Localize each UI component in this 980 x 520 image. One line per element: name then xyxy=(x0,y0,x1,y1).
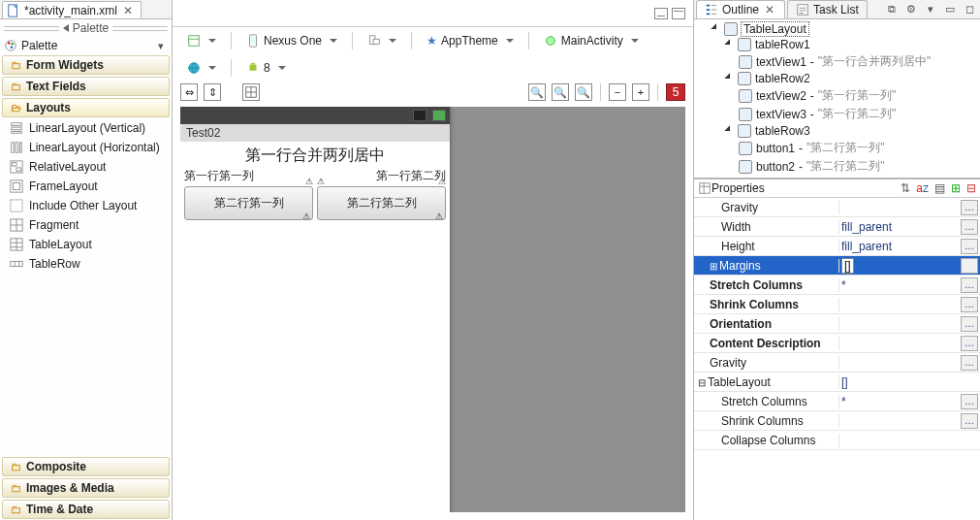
prop-content-description[interactable]: Content Description… xyxy=(694,334,980,353)
preview-textview2[interactable]: 第一行第一列⚠ xyxy=(182,168,315,184)
tree-node-textview3[interactable]: textView3 - "第一行第二列" xyxy=(698,105,976,123)
prop-collapse-columns[interactable]: Collapse Columns xyxy=(694,431,980,450)
prop-shrink-columns-2[interactable]: Shrink Columns… xyxy=(694,411,980,431)
ellipsis-button[interactable]: … xyxy=(961,394,978,409)
prop-value[interactable]: * xyxy=(841,278,846,292)
cat-layouts[interactable]: 🗁Layouts xyxy=(2,98,170,117)
zoom-out-icon[interactable]: − xyxy=(609,83,626,101)
prop-value[interactable]: [] xyxy=(841,258,854,274)
close-icon[interactable]: ✕ xyxy=(763,3,776,16)
prop-height[interactable]: Heightfill_parent… xyxy=(694,237,980,256)
ellipsis-button[interactable]: … xyxy=(961,297,978,312)
palette-item-tablerow[interactable]: TableRow xyxy=(4,255,168,273)
tree-node-textview1[interactable]: textView1 - "第一行合并两列居中" xyxy=(698,52,976,71)
filter-icon[interactable]: ⧉ xyxy=(883,1,901,18)
activity-chooser[interactable]: MainActivity xyxy=(537,31,646,50)
show-categories-icon[interactable]: ▤ xyxy=(934,181,945,195)
prop-gravity-2[interactable]: Gravity… xyxy=(694,353,980,373)
show-advanced-icon[interactable]: ⇅ xyxy=(901,181,910,195)
tree-node-tablerow3[interactable]: tableRow3 xyxy=(698,123,976,139)
theme-chooser[interactable]: ★AppTheme xyxy=(420,31,521,50)
minimize-pane-icon[interactable] xyxy=(654,8,668,19)
tree-node-button2[interactable]: button2 - "第二行第二列" xyxy=(698,157,976,176)
outline-tree[interactable]: TableLayout tableRow1 textView1 - "第一行合并… xyxy=(694,19,980,178)
preview-tablerow3[interactable]: 第二行第一列⚠ 第二行第二列⚠ xyxy=(182,184,448,222)
menu-icon[interactable]: ▾ xyxy=(922,1,939,18)
tree-node-tablelayout[interactable]: TableLayout xyxy=(698,21,976,37)
config-chooser[interactable] xyxy=(180,31,223,50)
cat-text-fields[interactable]: 🗀Text Fields xyxy=(2,77,170,96)
palette-item-linearlayout-v[interactable]: LinearLayout (Vertical) xyxy=(4,119,168,137)
zoom-in-icon[interactable]: + xyxy=(632,83,649,101)
editor-tab-activity-main[interactable]: *activity_main.xml ✕ xyxy=(2,1,142,18)
zoom-100-icon[interactable]: 🔍 xyxy=(575,83,592,101)
prop-value[interactable]: fill_parent xyxy=(841,220,892,234)
palette-item-tablelayout[interactable]: TableLayout xyxy=(4,236,168,253)
close-icon[interactable]: ✕ xyxy=(121,4,135,17)
prop-value[interactable]: [] xyxy=(841,375,848,389)
prop-shrink-columns[interactable]: Shrink Columns… xyxy=(694,295,980,314)
cat-time[interactable]: 🗀Time & Date xyxy=(2,500,170,519)
api-chooser[interactable]: 8 xyxy=(239,58,293,78)
twisty-icon[interactable] xyxy=(724,125,735,136)
expand-all-icon[interactable]: ⊞ xyxy=(951,181,961,195)
ellipsis-button[interactable]: … xyxy=(961,219,978,235)
tree-node-textview2[interactable]: textView2 - "第一行第一列" xyxy=(698,86,976,105)
layout-mode-icon[interactable] xyxy=(242,83,260,101)
prop-group-tablelayout[interactable]: TableLayout[] xyxy=(694,373,980,392)
maximize-pane-icon[interactable] xyxy=(672,8,685,19)
prop-value[interactable]: * xyxy=(841,395,846,408)
ellipsis-button[interactable]: … xyxy=(961,336,978,351)
tree-node-button1[interactable]: button1 - "第二行第一列" xyxy=(698,139,976,157)
prop-stretch-columns[interactable]: Stretch Columns*… xyxy=(694,276,980,295)
palette-item-framelayout[interactable]: FrameLayout xyxy=(4,178,168,195)
prop-margins[interactable]: Margins[]… xyxy=(694,256,980,276)
ellipsis-button[interactable]: … xyxy=(961,413,978,429)
tab-outline[interactable]: Outline✕ xyxy=(696,0,785,18)
preview-tablerow1[interactable]: 第一行合并两列居中 xyxy=(182,144,448,168)
ellipsis-button[interactable]: … xyxy=(961,316,978,332)
palette-item-relativelayout[interactable]: RelativeLayout xyxy=(4,158,168,176)
preview-textview1[interactable]: 第一行合并两列居中 xyxy=(182,144,448,168)
preview-button2[interactable]: 第二行第二列⚠ xyxy=(317,186,446,220)
preview-button1[interactable]: 第二行第一列⚠ xyxy=(184,186,313,220)
properties-grid[interactable]: Gravity… Widthfill_parent… Heightfill_pa… xyxy=(694,198,980,520)
palette-item-fragment[interactable]: Fragment xyxy=(4,216,168,234)
prop-orientation[interactable]: Orientation… xyxy=(694,314,980,334)
locale-chooser[interactable] xyxy=(180,58,223,78)
twisty-icon[interactable] xyxy=(711,23,721,34)
ellipsis-button[interactable]: … xyxy=(961,258,978,274)
device-chooser[interactable]: Nexus One xyxy=(239,31,344,50)
prop-gravity[interactable]: Gravity… xyxy=(694,198,980,217)
preview-tablerow2[interactable]: 第一行第一列⚠ ⚠第一行第二列⚠ xyxy=(182,168,448,184)
tree-node-tablerow1[interactable]: tableRow1 xyxy=(698,37,976,52)
toggle-outline-icon[interactable]: ⇕ xyxy=(204,83,221,101)
cat-form-widgets[interactable]: 🗀Form Widgets xyxy=(2,55,170,75)
ellipsis-button[interactable]: … xyxy=(961,200,978,215)
palette-item-linearlayout-h[interactable]: LinearLayout (Horizontal) xyxy=(4,139,168,156)
collapse-all-icon[interactable]: ⊟ xyxy=(966,181,976,195)
prop-value[interactable]: fill_parent xyxy=(841,240,892,253)
tablelayout-preview[interactable]: 第一行合并两列居中 第一行第一列⚠ ⚠第一行第二列⚠ 第二行第一列⚠ 第二行第二… xyxy=(180,142,450,224)
tree-node-tablerow2[interactable]: tableRow2 xyxy=(698,71,976,86)
zoom-fit-icon[interactable]: 🔍 xyxy=(528,83,546,101)
cat-images[interactable]: 🗀Images & Media xyxy=(2,478,170,498)
cat-composite[interactable]: 🗀Composite xyxy=(2,457,170,476)
prop-stretch-columns-2[interactable]: Stretch Columns*… xyxy=(694,392,980,411)
ellipsis-button[interactable]: … xyxy=(961,239,978,254)
minimize-pane-icon[interactable]: ▭ xyxy=(941,1,959,18)
preview-textview3[interactable]: ⚠第一行第二列⚠ xyxy=(315,168,448,184)
lint-error-count[interactable]: 5 xyxy=(666,83,685,101)
palette-item-include[interactable]: Include Other Layout xyxy=(4,197,168,214)
collapse-icon[interactable] xyxy=(63,24,69,32)
twisty-icon[interactable] xyxy=(724,73,735,83)
ellipsis-button[interactable]: … xyxy=(961,355,978,371)
orientation-chooser[interactable] xyxy=(361,31,403,50)
zoom-reset-icon[interactable]: 🔍 xyxy=(552,83,569,101)
toggle-viewport-icon[interactable]: ⇔ xyxy=(180,83,198,101)
gear-icon[interactable]: ⚙ xyxy=(902,1,920,18)
prop-width[interactable]: Widthfill_parent… xyxy=(694,217,980,237)
twisty-icon[interactable] xyxy=(724,39,735,49)
palette-menu-icon[interactable]: ▾ xyxy=(154,39,168,52)
tab-task-list[interactable]: Task List xyxy=(787,0,868,18)
